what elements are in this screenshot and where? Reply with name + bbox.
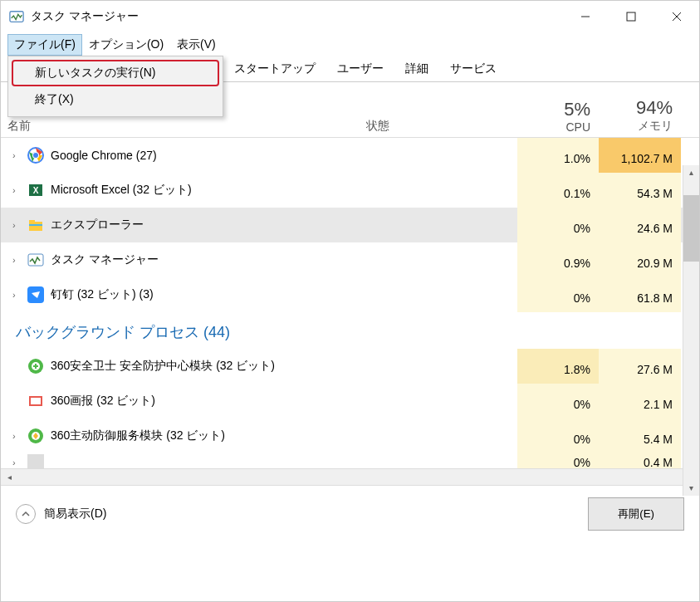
mem-cell: 24.6 M (599, 208, 681, 242)
table-row[interactable]: 360画报 (32 ビット)0%2.1 M (1, 384, 699, 418)
360pic-icon (27, 393, 44, 409)
view-menu[interactable]: 表示(V) (170, 34, 223, 56)
table-row[interactable]: 360安全卫士 安全防护中心模块 (32 ビット)1.8%27.6 M (1, 349, 699, 384)
header-status[interactable]: 状態 (360, 82, 517, 137)
process-name: 360主动防御服务模块 (32 ビット) (51, 428, 225, 443)
mem-cell: 1,102.7 M (599, 138, 681, 173)
tab-startup[interactable]: スタートアップ (223, 56, 326, 81)
expand-icon[interactable]: › (12, 150, 21, 160)
table-row[interactable]: ›钉钉 (32 ビット) (3)0%61.8 M (1, 277, 699, 312)
process-name: エクスプローラー (51, 218, 144, 232)
vertical-scrollbar[interactable]: ▴ ▾ (683, 165, 699, 496)
process-table: 名前 状態 5% CPU 94% メモリ ›Google Chrome (27)… (1, 82, 699, 468)
maximize-button[interactable] (608, 2, 653, 32)
expand-icon[interactable]: › (12, 458, 21, 467)
header-mem-label: メモリ (638, 119, 673, 134)
header-mem-pct: 94% (636, 97, 673, 119)
header-cpu-pct: 5% (564, 99, 590, 120)
window-title: タスク マネージャー (31, 9, 562, 24)
excel-icon: X (27, 182, 44, 198)
cpu-cell: 0.1% (517, 173, 599, 208)
mem-cell: 54.3 M (599, 173, 681, 208)
statusbar: 簡易表示(D) 再開(E) (1, 485, 699, 542)
svg-rect-14 (29, 224, 42, 226)
360def-icon (27, 428, 44, 444)
mem-cell: 61.8 M (599, 277, 681, 312)
process-name: 360画报 (32 ビット) (51, 394, 155, 409)
options-menu[interactable]: オプション(O) (82, 34, 170, 56)
scroll-left-icon[interactable]: ◂ (1, 469, 17, 485)
file-dropdown: 新しいタスクの実行(N) 終了(X) (7, 56, 223, 117)
tab-users[interactable]: ユーザー (326, 56, 394, 81)
bg-section-header: バックグラウンド プロセス (44) (1, 312, 699, 349)
process-name: タスク マネージャー (51, 252, 159, 267)
titlebar[interactable]: タスク マネージャー (1, 1, 699, 32)
svg-rect-25 (27, 454, 44, 468)
svg-rect-20 (33, 365, 38, 367)
cpu-cell: 0% (517, 384, 599, 418)
process-name: Google Chrome (27) (51, 149, 157, 162)
table-row[interactable]: ›XMicrosoft Excel (32 ビット)0.1%54.3 M (1, 173, 699, 208)
chrome-icon (27, 147, 44, 164)
minimize-button[interactable] (562, 2, 608, 32)
table-row[interactable]: ›エクスプローラー0%24.6 M (1, 208, 699, 242)
table-row[interactable]: › 0% 0.4 M (1, 453, 699, 468)
header-cpu[interactable]: 5% CPU (517, 82, 599, 137)
cpu-cell: 1.0% (517, 138, 599, 173)
table-row[interactable]: ›360主动防御服务模块 (32 ビット)0%5.4 M (1, 418, 699, 453)
svg-point-9 (33, 153, 38, 158)
expand-icon[interactable]: › (12, 220, 21, 230)
window-controls (562, 2, 699, 32)
process-name: 钉钉 (32 ビット) (3) (51, 287, 154, 302)
menubar: ファイル(F) オプション(O) 表示(V) 新しいタスクの実行(N) 終了(X… (1, 32, 699, 57)
generic-app-icon (27, 454, 44, 468)
mem-cell: 5.4 M (599, 418, 681, 453)
mem-cell: 2.1 M (599, 384, 681, 418)
close-button[interactable] (653, 2, 699, 32)
simple-view-label[interactable]: 簡易表示(D) (44, 507, 588, 521)
scroll-down-icon[interactable]: ▾ (683, 481, 699, 496)
360safe-icon (27, 358, 44, 374)
svg-rect-2 (627, 12, 635, 21)
scrollbar-thumb[interactable] (683, 195, 699, 262)
header-cpu-label: CPU (565, 120, 590, 134)
explorer-icon (27, 217, 44, 233)
toggle-detail-button[interactable] (16, 504, 36, 524)
horizontal-scrollbar[interactable]: ◂ ▸ (1, 468, 699, 485)
cpu-cell: 0% (517, 418, 599, 453)
expand-icon[interactable]: › (12, 290, 21, 300)
cpu-cell: 0% (517, 208, 599, 242)
svg-text:X: X (33, 186, 39, 195)
table-row[interactable]: ›Google Chrome (27)1.0%1,102.7 M (1, 138, 699, 173)
mem-cell: 20.9 M (599, 242, 681, 277)
task-manager-icon (9, 9, 24, 24)
svg-rect-22 (31, 398, 41, 404)
table-body: ›Google Chrome (27)1.0%1,102.7 M›XMicros… (1, 138, 699, 468)
expand-icon[interactable]: › (12, 431, 21, 441)
expand-icon[interactable]: › (12, 185, 21, 195)
taskmgr-icon (27, 252, 44, 268)
mem-cell: 27.6 M (599, 349, 681, 384)
process-name: Microsoft Excel (32 ビット) (51, 183, 192, 198)
table-row[interactable]: ›タスク マネージャー0.9%20.9 M (1, 242, 699, 277)
tab-services[interactable]: サービス (439, 56, 507, 81)
file-menu[interactable]: ファイル(F) (7, 34, 82, 56)
header-mem[interactable]: 94% メモリ (599, 82, 681, 137)
cpu-cell: 0% (517, 453, 599, 468)
restart-button[interactable]: 再開(E) (588, 497, 684, 531)
mem-cell: 0.4 M (599, 453, 681, 468)
dingtalk-icon (27, 286, 44, 303)
scroll-up-icon[interactable]: ▴ (683, 165, 699, 180)
cpu-cell: 0% (517, 277, 599, 312)
expand-icon[interactable]: › (12, 255, 21, 265)
cpu-cell: 0.9% (517, 242, 599, 277)
tab-details[interactable]: 詳細 (394, 56, 439, 81)
exit-option[interactable]: 終了(X) (12, 86, 219, 113)
chevron-up-icon (21, 509, 31, 519)
svg-rect-13 (29, 220, 35, 223)
process-name: 360安全卫士 安全防护中心模块 (32 ビット) (51, 359, 275, 374)
new-task-option[interactable]: 新しいタスクの実行(N) (12, 60, 219, 86)
cpu-cell: 1.8% (517, 349, 599, 384)
